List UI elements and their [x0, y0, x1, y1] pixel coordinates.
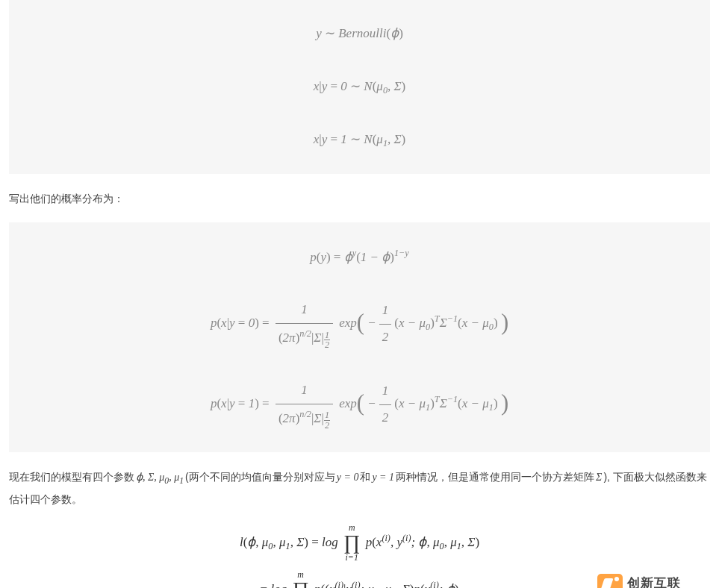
paragraph-write-distributions: 写出他们的概率分布为： — [9, 189, 710, 209]
equation-p-y: p(y) = ϕy(1 − ϕ)1−y — [24, 245, 695, 269]
equation-likelihood-line1: l(ϕ, μ0, μ1, Σ) = log m∏i=1 p(x(i), y(i)… — [0, 523, 719, 563]
text-pre: 现在我们的模型有四个参数 — [9, 471, 134, 483]
watermark-text-cn: 创新互联 — [627, 577, 709, 588]
paragraph-model-params: 现在我们的模型有四个参数ϕ, Σ, μ0, μ1(两个不同的均值向量分别对应与y… — [9, 467, 710, 510]
text-mid1: (两个不同的均值向量分别对应与 — [185, 471, 335, 483]
math-sigma: Σ — [594, 472, 603, 483]
logo-icon — [597, 574, 623, 588]
math-y0: y = 0 — [335, 472, 361, 483]
text-mid3: 两种情况，但是通常使用同一个协方差矩阵 — [396, 471, 594, 483]
math-params: ϕ, Σ, μ0, μ1 — [134, 472, 185, 483]
equation-normal-y1: x|y = 1 ∼ N(μ1, Σ) — [24, 128, 695, 151]
equation-bernoulli: y ∼ Bernoulli(ϕ) — [24, 22, 695, 46]
math-y1: y = 1 — [370, 472, 396, 483]
equation-p-x-given-y1: p(x|y = 1) = 1 (2π)n/2|Σ|12 exp( −12(x −… — [24, 379, 695, 430]
watermark-logo: 创新互联 CHUANG · XIN · HU · LIAN — [597, 574, 709, 588]
text-mid2: 和 — [360, 471, 370, 483]
math-block-assumptions: y ∼ Bernoulli(ϕ) x|y = 0 ∼ N(μ0, Σ) x|y … — [9, 0, 710, 174]
math-block-distributions: p(y) = ϕy(1 − ϕ)1−y p(x|y = 0) = 1 (2π)n… — [9, 222, 710, 452]
equation-normal-y0: x|y = 0 ∼ N(μ0, Σ) — [24, 75, 695, 98]
equation-p-x-given-y0: p(x|y = 0) = 1 (2π)n/2|Σ|12 exp( −12(x −… — [24, 298, 695, 349]
